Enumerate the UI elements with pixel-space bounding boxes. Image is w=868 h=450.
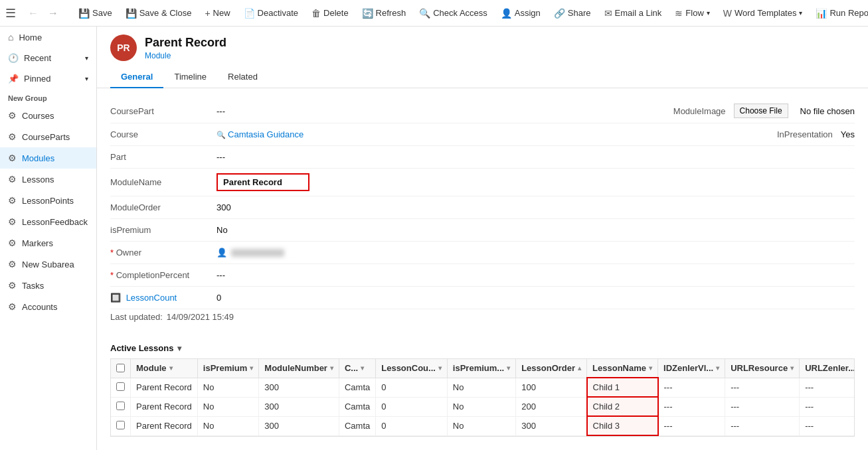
- form-row-modulename: ModuleName Parent Record: [110, 169, 855, 196]
- hamburger-icon[interactable]: ☰: [5, 6, 16, 21]
- sidebar-item-tasks[interactable]: ⚙ Tasks: [0, 275, 96, 296]
- sidebar-item-recent[interactable]: 🕐 Recent ▾: [0, 48, 96, 68]
- c-sort-icon: ▾: [361, 364, 364, 372]
- col-idzenlervl[interactable]: IDZenlerVl...▾: [658, 359, 725, 378]
- assign-button[interactable]: 👤 Assign: [495, 5, 546, 21]
- row-checkbox[interactable]: [116, 421, 125, 429]
- col-ispremium[interactable]: isPremium▾: [197, 359, 258, 378]
- tab-related[interactable]: Related: [217, 66, 268, 88]
- sidebar-item-new-subarea[interactable]: ⚙ New Subarea: [0, 254, 96, 275]
- tasks-icon: ⚙: [8, 280, 17, 291]
- row-idzenlervl: ---: [658, 378, 725, 397]
- sidebar-item-courseparts[interactable]: ⚙ CourseParts: [0, 126, 96, 147]
- select-all-checkbox[interactable]: [116, 364, 125, 372]
- lessons-header-chevron-icon[interactable]: ▾: [177, 344, 181, 353]
- sidebar-item-lessons[interactable]: ⚙ Lessons: [0, 169, 96, 190]
- col-urlresource[interactable]: URLResource▾: [725, 359, 800, 378]
- flow-button[interactable]: ≋ Flow ▾: [669, 5, 715, 21]
- row-module: Parent Record: [131, 378, 198, 397]
- forward-button[interactable]: →: [44, 6, 62, 21]
- row-module: Parent Record: [131, 416, 198, 435]
- refresh-button[interactable]: 🔄 Refresh: [357, 5, 412, 21]
- course-value[interactable]: Camtasia Guidance: [217, 129, 753, 139]
- run-report-button[interactable]: 📊 Run Report ▾: [810, 5, 868, 21]
- moduleorder-value: 300: [217, 202, 855, 212]
- avatar: PR: [110, 35, 137, 61]
- new-subarea-icon: ⚙: [8, 259, 17, 269]
- col-lessonorder[interactable]: LessonOrder▴: [516, 359, 587, 378]
- col-lessoncou[interactable]: LessonCou...▾: [376, 359, 448, 378]
- row-urlzenler: ---: [800, 397, 855, 416]
- save-icon: 💾: [78, 8, 90, 19]
- part-value: ---: [217, 152, 855, 162]
- choose-file-button[interactable]: Choose File: [734, 104, 788, 118]
- ispremium-sort-icon: ▾: [250, 364, 253, 372]
- no-file-value: No file chosen: [800, 106, 855, 116]
- row-checkbox-cell[interactable]: [111, 416, 131, 435]
- row-modulenumber: 300: [259, 397, 339, 416]
- col-ispremium2[interactable]: isPremium...▾: [447, 359, 515, 378]
- tab-timeline[interactable]: Timeline: [163, 66, 217, 88]
- share-button[interactable]: 🔗 Share: [549, 5, 596, 21]
- delete-button[interactable]: 🗑 Delete: [306, 5, 354, 21]
- row-checkbox-cell[interactable]: [111, 378, 131, 397]
- row-checkbox-cell[interactable]: [111, 397, 131, 416]
- owner-name: [231, 249, 284, 257]
- tab-general[interactable]: General: [110, 66, 163, 88]
- row-lessonname: Child 2: [587, 397, 658, 416]
- sidebar-item-home[interactable]: ⌂ Home: [0, 27, 96, 48]
- toolbar: ☰ ← → 💾 Save 💾 Save & Close + New 📄 Deac…: [0, 0, 868, 27]
- flow-chevron-icon: ▾: [707, 9, 710, 17]
- col-modulenumber[interactable]: ModuleNumber▾: [259, 359, 339, 378]
- new-icon: +: [205, 8, 210, 19]
- deactivate-button[interactable]: 📄 Deactivate: [238, 5, 304, 21]
- assign-icon: 👤: [501, 8, 512, 19]
- sidebar-group-label: New Group: [0, 89, 96, 105]
- save-close-button[interactable]: 💾 Save & Close: [120, 5, 197, 21]
- home-icon: ⌂: [8, 32, 13, 42]
- table-row[interactable]: Parent RecordNo300Camta0No200Child 2----…: [111, 397, 855, 416]
- sidebar-item-markers[interactable]: ⚙ Markers: [0, 232, 96, 254]
- row-lessonorder: 100: [516, 378, 587, 397]
- main-layout: ⌂ Home 🕐 Recent ▾ 📌 Pinned ▾ New Group ⚙…: [0, 27, 868, 450]
- table-row[interactable]: Parent RecordNo300Camta0No100Child 1----…: [111, 378, 855, 397]
- check-access-button[interactable]: 🔍 Check Access: [414, 5, 493, 21]
- sidebar-item-pinned[interactable]: 📌 Pinned ▾: [0, 68, 96, 89]
- owner-value: 👤: [217, 248, 855, 258]
- email-link-button[interactable]: ✉ Email a Link: [599, 5, 667, 21]
- row-urlresource: ---: [725, 378, 800, 397]
- sidebar-item-accounts[interactable]: ⚙ Accounts: [0, 296, 96, 317]
- row-ispremium2: No: [447, 378, 515, 397]
- sidebar-item-lessonfeedback[interactable]: ⚙ LessonFeedback: [0, 211, 96, 232]
- markers-icon: ⚙: [8, 238, 17, 248]
- back-button[interactable]: ←: [24, 6, 43, 21]
- row-modulenumber: 300: [259, 416, 339, 435]
- row-lessoncou: 0: [376, 397, 448, 416]
- row-lessoncou: 0: [376, 378, 448, 397]
- sidebar-item-modules[interactable]: ⚙ Modules: [0, 147, 96, 169]
- word-templates-button[interactable]: W Word Templates ▾: [718, 5, 808, 21]
- row-idzenlervl: ---: [658, 397, 725, 416]
- row-ispremium: No: [197, 416, 258, 435]
- col-c[interactable]: C...▾: [339, 359, 375, 378]
- tabs-bar: General Timeline Related: [97, 66, 868, 88]
- lessons-header: Active Lessons ▾: [110, 335, 855, 358]
- modulename-input[interactable]: Parent Record: [217, 173, 309, 191]
- last-updated-label: Last updated:: [110, 312, 163, 322]
- col-lessonname[interactable]: LessonName▾: [587, 359, 658, 378]
- save-button[interactable]: 💾 Save: [73, 5, 118, 21]
- col-urlzenler[interactable]: URLZenler...▾: [800, 359, 855, 378]
- form-row-completionpercent: CompletionPercent ---: [110, 264, 855, 287]
- row-checkbox[interactable]: [116, 402, 125, 410]
- run-report-icon: 📊: [816, 8, 827, 19]
- modules-icon: ⚙: [8, 153, 17, 163]
- col-check[interactable]: [111, 359, 131, 378]
- sidebar-item-courses[interactable]: ⚙ Courses: [0, 105, 96, 126]
- form-row-moduleorder: ModuleOrder 300: [110, 196, 855, 219]
- form-row-part: Part ---: [110, 146, 855, 169]
- col-module[interactable]: Module▾: [131, 359, 198, 378]
- new-button[interactable]: + New: [199, 5, 235, 21]
- table-row[interactable]: Parent RecordNo300Camta0No300Child 3----…: [111, 416, 855, 435]
- sidebar-item-lessonpoints[interactable]: ⚙ LessonPoints: [0, 190, 96, 211]
- row-checkbox[interactable]: [116, 382, 125, 391]
